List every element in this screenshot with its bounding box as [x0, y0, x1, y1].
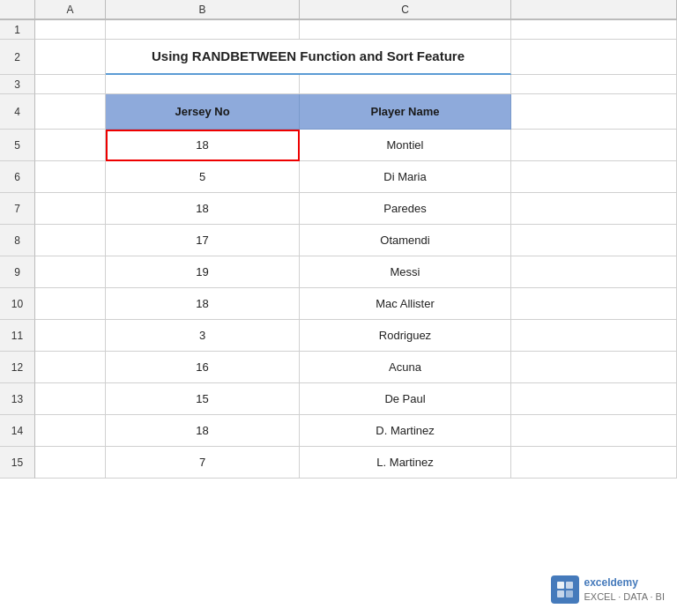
cell-a5[interactable]	[35, 130, 106, 161]
cell-d2[interactable]	[511, 40, 677, 75]
col-header-c[interactable]: C	[300, 0, 511, 19]
table-row: 5 18 Montiel	[0, 130, 677, 161]
grid-body: 1 2 Using RANDBETWEEN Function and Sort …	[0, 20, 677, 616]
cell-d9[interactable]	[511, 256, 677, 288]
player-name-cell-14[interactable]: D. Martinez	[300, 415, 511, 447]
svg-rect-0	[557, 582, 564, 589]
table-row: 6 5 Di Maria	[0, 161, 677, 193]
cell-a14[interactable]	[35, 415, 106, 447]
table-header-row: 4 Jersey No Player Name	[0, 94, 677, 130]
cell-d15[interactable]	[511, 447, 677, 479]
row-number: 5	[0, 130, 35, 161]
cell-a9[interactable]	[35, 256, 106, 288]
jersey-no-cell-12[interactable]: 16	[106, 352, 300, 383]
player-name-header: Player Name	[300, 94, 511, 130]
player-name-cell-7[interactable]: Paredes	[300, 193, 511, 225]
jersey-no-cell-7[interactable]: 18	[106, 193, 300, 225]
watermark-text: exceldemy EXCEL · DATA · BI	[584, 576, 666, 603]
svg-rect-2	[557, 590, 564, 597]
cell-c3[interactable]	[300, 75, 511, 94]
jersey-no-cell-13[interactable]: 15	[106, 383, 300, 415]
jersey-no-cell-10[interactable]: 18	[106, 288, 300, 320]
cell-d7[interactable]	[511, 193, 677, 225]
row-number: 8	[0, 225, 35, 256]
player-name-cell-15[interactable]: L. Martinez	[300, 447, 511, 479]
col-header-b[interactable]: B	[106, 0, 300, 19]
row-number: 3	[0, 75, 35, 94]
row-number: 9	[0, 256, 35, 288]
cell-d14[interactable]	[511, 415, 677, 447]
row-number: 4	[0, 94, 35, 130]
watermark-icon	[551, 575, 579, 604]
player-name-cell-11[interactable]: Rodriguez	[300, 320, 511, 352]
table-row: 1	[0, 20, 677, 40]
cell-d1[interactable]	[511, 20, 677, 40]
table-row: 3	[0, 75, 677, 94]
cell-a7[interactable]	[35, 193, 106, 225]
cell-a13[interactable]	[35, 383, 106, 415]
title-cell: Using RANDBETWEEN Function and Sort Feat…	[106, 40, 511, 75]
col-header-d[interactable]	[511, 0, 677, 19]
cell-a2[interactable]	[35, 40, 106, 75]
cell-d13[interactable]	[511, 383, 677, 415]
table-row: 11 3 Rodriguez	[0, 320, 677, 352]
cell-a4[interactable]	[35, 94, 106, 130]
cell-b1[interactable]	[106, 20, 300, 40]
jersey-no-cell-6[interactable]: 5	[106, 161, 300, 193]
player-name-cell-13[interactable]: De Paul	[300, 383, 511, 415]
svg-rect-3	[566, 590, 573, 597]
cell-d10[interactable]	[511, 288, 677, 320]
player-name-cell-12[interactable]: Acuna	[300, 352, 511, 383]
watermark: exceldemy EXCEL · DATA · BI	[551, 575, 666, 604]
cell-b3[interactable]	[106, 75, 300, 94]
player-name-cell-5[interactable]: Montiel	[300, 130, 511, 161]
row-number: 14	[0, 415, 35, 447]
cell-d6[interactable]	[511, 161, 677, 193]
title-row: 2 Using RANDBETWEEN Function and Sort Fe…	[0, 40, 677, 75]
cell-d3[interactable]	[511, 75, 677, 94]
row-number: 7	[0, 193, 35, 225]
jersey-no-cell-5[interactable]: 18	[106, 130, 300, 161]
cell-d5[interactable]	[511, 130, 677, 161]
cell-a11[interactable]	[35, 320, 106, 352]
jersey-no-cell-8[interactable]: 17	[106, 225, 300, 256]
cell-a12[interactable]	[35, 352, 106, 383]
table-row: 9 19 Messi	[0, 256, 677, 288]
jersey-no-cell-15[interactable]: 7	[106, 447, 300, 479]
jersey-no-cell-11[interactable]: 3	[106, 320, 300, 352]
player-name-cell-10[interactable]: Mac Allister	[300, 288, 511, 320]
cell-d11[interactable]	[511, 320, 677, 352]
cell-a10[interactable]	[35, 288, 106, 320]
cell-a8[interactable]	[35, 225, 106, 256]
cell-a15[interactable]	[35, 447, 106, 479]
table-row: 13 15 De Paul	[0, 383, 677, 415]
row-number: 11	[0, 320, 35, 352]
table-row: 7 18 Paredes	[0, 193, 677, 225]
cell-c1[interactable]	[300, 20, 511, 40]
cell-a3[interactable]	[35, 75, 106, 94]
col-header-a[interactable]: A	[35, 0, 106, 19]
cell-d4[interactable]	[511, 94, 677, 130]
player-name-cell-9[interactable]: Messi	[300, 256, 511, 288]
jersey-no-cell-14[interactable]: 18	[106, 415, 300, 447]
player-name-cell-6[interactable]: Di Maria	[300, 161, 511, 193]
player-name-cell-8[interactable]: Otamendi	[300, 225, 511, 256]
cell-d12[interactable]	[511, 352, 677, 383]
table-row: 8 17 Otamendi	[0, 225, 677, 256]
table-row: 10 18 Mac Allister	[0, 288, 677, 320]
corner-cell	[0, 0, 35, 19]
column-header-row: A B C	[0, 0, 677, 20]
cell-d8[interactable]	[511, 225, 677, 256]
row-number: 12	[0, 352, 35, 383]
row-number: 13	[0, 383, 35, 415]
row-number: 6	[0, 161, 35, 193]
cell-a6[interactable]	[35, 161, 106, 193]
table-row: 14 18 D. Martinez	[0, 415, 677, 447]
row-number: 2	[0, 40, 35, 75]
svg-rect-1	[566, 582, 573, 589]
row-number: 15	[0, 447, 35, 479]
cell-a1[interactable]	[35, 20, 106, 40]
table-row: 15 7 L. Martinez	[0, 447, 677, 479]
jersey-no-cell-9[interactable]: 19	[106, 256, 300, 288]
row-number: 1	[0, 20, 35, 40]
